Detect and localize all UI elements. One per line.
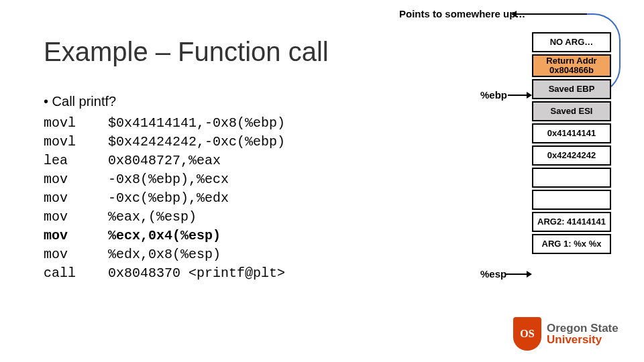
- ebp-label: %ebp: [480, 89, 507, 101]
- stack-diagram: NO ARG…Return Addr 0x804866bSaved EBPSav…: [532, 32, 611, 256]
- stack-cell: Saved EBP: [532, 79, 611, 99]
- top-annotation: Points to somewhere up…: [399, 8, 525, 19]
- asm-line: mov %edx,0x8(%esp): [44, 245, 285, 264]
- stack-cell: [532, 190, 611, 210]
- logo-text: Oregon State University: [547, 322, 619, 345]
- asm-line: movl $0x42424242,-0xc(%ebp): [44, 133, 285, 152]
- asm-line: mov -0x8(%ebp),%ecx: [44, 170, 285, 189]
- stack-cell: NO ARG…: [532, 32, 611, 52]
- logo-line2: University: [547, 334, 619, 345]
- bullet-text: • Call printf?: [44, 94, 116, 109]
- asm-line: movl $0x41414141,-0x8(%ebp): [44, 114, 285, 133]
- esp-label: %esp: [480, 268, 506, 280]
- asm-line: lea 0x8048727,%eax: [44, 152, 285, 170]
- stack-cell: Saved ESI: [532, 101, 611, 121]
- esp-arrow: [506, 274, 527, 275]
- stack-cell: ARG 1: %x %x: [532, 234, 611, 254]
- shield-icon: OS: [513, 317, 541, 351]
- stack-cell: ARG2: 41414141: [532, 212, 611, 232]
- assembly-listing: movl $0x41414141,-0x8(%ebp)movl $0x42424…: [44, 114, 285, 283]
- logo-line1: Oregon State: [547, 322, 619, 334]
- asm-line: mov %eax,(%esp): [44, 208, 285, 227]
- asm-line: mov -0xc(%ebp),%edx: [44, 189, 285, 208]
- asm-line: call 0x8048370 <printf@plt>: [44, 264, 285, 283]
- osu-logo: OS Oregon State University: [513, 315, 631, 352]
- slide-title: Example – Function call: [44, 37, 329, 67]
- stack-cell: 0x41414141: [532, 123, 611, 143]
- stack-cell: Return Addr 0x804866b: [532, 54, 611, 77]
- arrow-left: [517, 13, 587, 15]
- asm-line: mov %ecx,0x4(%esp): [44, 227, 285, 245]
- stack-cell: 0x42424242: [532, 145, 611, 166]
- stack-cell: [532, 168, 611, 188]
- ebp-arrow: [508, 95, 527, 96]
